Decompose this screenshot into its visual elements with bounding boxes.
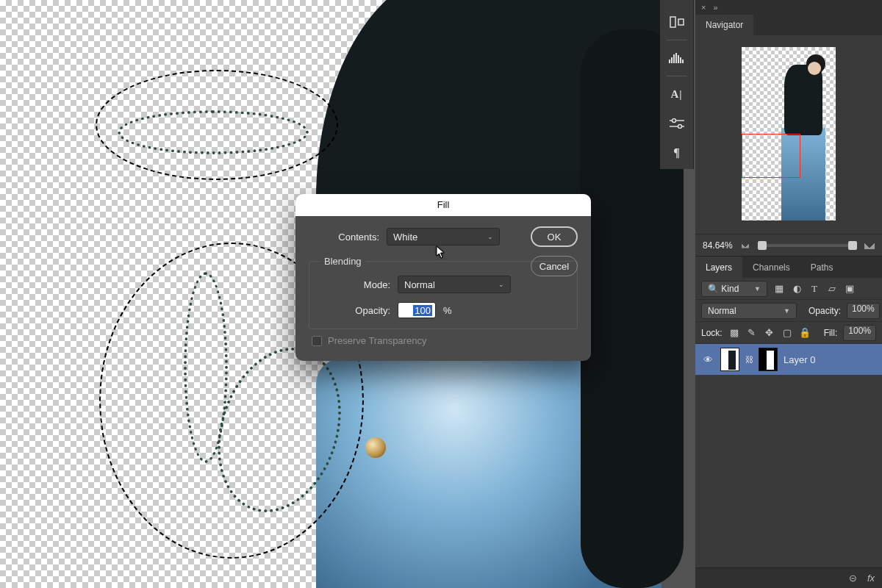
fill-label: Fill:: [824, 328, 838, 338]
navigator-tab-bar: Navigator: [695, 15, 882, 35]
svg-point-11: [672, 119, 675, 123]
layer-filter-kind[interactable]: 🔍 Kind ▼: [701, 281, 767, 297]
chevron-down-icon: ⌄: [498, 281, 504, 288]
layers-footer: ⊝ fx: [695, 567, 882, 588]
expand-icon[interactable]: »: [713, 3, 717, 12]
filter-smart-icon[interactable]: ▣: [844, 283, 856, 295]
zoom-slider[interactable]: [758, 244, 857, 247]
histogram-icon[interactable]: [667, 51, 687, 65]
tab-layers[interactable]: Layers: [695, 257, 742, 278]
svg-rect-1: [678, 19, 684, 25]
separator: [667, 76, 687, 76]
filter-image-icon[interactable]: ▦: [773, 283, 785, 295]
contents-dropdown[interactable]: White ⌄: [387, 228, 500, 245]
lock-artboard-icon[interactable]: ▢: [781, 327, 793, 339]
dock-controls: × »: [695, 0, 882, 15]
text-tool-icon[interactable]: A|: [667, 87, 687, 101]
layers-empty-area: [695, 375, 882, 567]
lock-position-icon[interactable]: ✥: [764, 327, 775, 339]
layer-mask-thumbnail[interactable]: [759, 348, 778, 371]
navigator-viewbox[interactable]: [742, 134, 800, 178]
layer-fx-icon[interactable]: fx: [867, 573, 875, 584]
preserve-transparency-checkbox[interactable]: [312, 336, 322, 346]
lock-brush-icon[interactable]: ✎: [746, 327, 758, 339]
navigator-zoom-bar: 84.64%: [695, 234, 882, 256]
svg-rect-7: [680, 57, 681, 63]
tab-paths[interactable]: Paths: [800, 257, 844, 278]
adjust-icon[interactable]: [667, 116, 687, 131]
opacity-label: Opacity:: [320, 305, 390, 316]
link-layers-icon[interactable]: ⊝: [849, 573, 857, 584]
opacity-label: Opacity:: [808, 306, 841, 316]
svg-rect-6: [678, 55, 679, 63]
lock-all-icon[interactable]: 🔒: [799, 327, 811, 339]
preserve-transparency-row[interactable]: Preserve Transparency: [312, 335, 578, 346]
filter-type-icon[interactable]: T: [808, 283, 820, 295]
svg-rect-0: [670, 17, 675, 27]
tab-navigator[interactable]: Navigator: [695, 15, 753, 35]
mask-link-icon[interactable]: ⛓: [745, 355, 753, 364]
dialog-title: Fill: [295, 194, 591, 216]
lock-fill-row: Lock: ▩ ✎ ✥ ▢ 🔒 Fill: 100%: [695, 322, 882, 344]
mode-value: Normal: [404, 279, 435, 290]
close-icon[interactable]: ×: [701, 3, 706, 12]
preserve-transparency-label: Preserve Transparency: [328, 335, 426, 346]
opacity-input-value: 100: [413, 305, 432, 316]
selection-marquee[interactable]: [96, 70, 338, 180]
blend-mode-select[interactable]: Normal▼: [701, 303, 797, 319]
svg-rect-3: [671, 57, 673, 63]
zoom-percentage[interactable]: 84.64%: [703, 240, 733, 251]
paragraph-icon[interactable]: ¶: [667, 146, 687, 160]
svg-rect-5: [675, 53, 677, 63]
thumb-torso: [784, 65, 822, 135]
ok-button[interactable]: OK: [531, 226, 578, 247]
chevron-down-icon: ▼: [784, 307, 790, 315]
opacity-input[interactable]: 100: [398, 302, 436, 318]
zoom-in-icon[interactable]: [864, 242, 875, 249]
contents-label: Contents:: [309, 232, 379, 243]
contents-value: White: [393, 232, 417, 243]
layer-name[interactable]: Layer 0: [784, 354, 815, 365]
layer-thumbnail[interactable]: [720, 348, 739, 371]
blending-legend: Blending: [320, 256, 366, 267]
cancel-button[interactable]: Cancel: [531, 256, 578, 276]
zoom-slider-end: [848, 241, 857, 250]
chevron-down-icon: ⌄: [487, 233, 493, 240]
opacity-suffix: %: [443, 305, 452, 316]
fill-dialog: Fill OK Cancel Contents: White ⌄ Blendin…: [295, 194, 591, 361]
separator: [667, 40, 687, 40]
svg-rect-2: [669, 60, 670, 63]
photo-jeans-button: [365, 437, 386, 458]
right-dock: × » Navigator 84.64% Layers Channels Pat…: [695, 0, 882, 588]
collapsed-panel-strip: A| ¶: [660, 0, 694, 169]
layer-filter-row: 🔍 Kind ▼ ▦ ◐ T ▱ ▣: [695, 278, 882, 300]
svg-point-12: [678, 125, 681, 129]
filter-shape-icon[interactable]: ▱: [826, 283, 838, 295]
layer-fill-value[interactable]: 100%: [843, 325, 876, 341]
align-icon[interactable]: [667, 15, 687, 29]
chevron-down-icon: ▼: [754, 285, 761, 293]
filter-adjust-icon[interactable]: ◐: [791, 283, 803, 295]
svg-rect-8: [682, 60, 684, 63]
mode-label: Mode:: [320, 279, 390, 290]
navigator-panel: [695, 35, 882, 234]
layer-opacity-value[interactable]: 100%: [847, 303, 880, 319]
tab-channels[interactable]: Channels: [742, 257, 800, 278]
lock-label: Lock:: [701, 328, 723, 338]
visibility-toggle[interactable]: 👁: [701, 354, 714, 365]
layers-tab-bar: Layers Channels Paths: [695, 256, 882, 278]
lock-pixels-icon[interactable]: ▩: [728, 327, 740, 339]
blend-opacity-row: Normal▼ Opacity: 100%: [695, 300, 882, 322]
layer-row-layer0[interactable]: 👁 ⛓ Layer 0: [695, 344, 882, 375]
zoom-out-icon[interactable]: [742, 243, 749, 248]
thumb-face: [808, 62, 821, 75]
zoom-slider-thumb[interactable]: [758, 241, 767, 250]
navigator-thumbnail[interactable]: [742, 47, 836, 220]
svg-rect-4: [673, 54, 675, 63]
mode-dropdown[interactable]: Normal ⌄: [398, 276, 511, 293]
